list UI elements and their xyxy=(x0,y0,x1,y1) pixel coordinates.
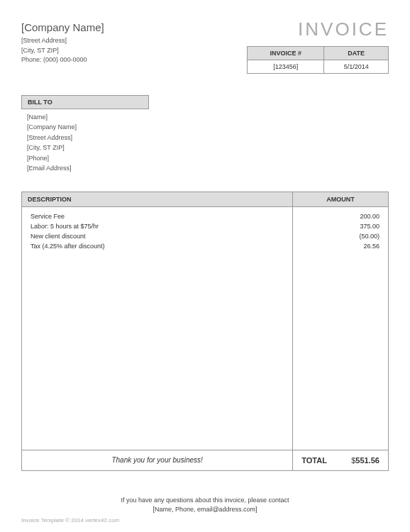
company-street: [Street Address] xyxy=(21,36,247,46)
table-row: Tax (4.25% after discount) 26.56 xyxy=(22,241,389,251)
footnote-line2: [Name, Phone, email@address.com] xyxy=(21,505,389,515)
item-amount: 26.56 xyxy=(293,241,389,251)
company-phone: Phone: (000) 000-0000 xyxy=(21,55,247,65)
table-row: Labor: 5 hours at $75/hr 375.00 xyxy=(22,221,389,231)
meta-table: INVOICE # DATE [123456] 5/1/2014 xyxy=(247,46,389,74)
total-value: 551.56 xyxy=(355,456,379,465)
billto-phone: [Phone] xyxy=(27,153,383,163)
meta-invoice-number: [123456] xyxy=(248,60,324,74)
meta-date: 5/1/2014 xyxy=(324,60,389,74)
item-desc: Labor: 5 hours at $75/hr xyxy=(22,221,293,231)
billto-header: BILL TO xyxy=(21,95,149,109)
meta-date-header: DATE xyxy=(324,47,389,60)
meta-invoice-header: INVOICE # xyxy=(248,47,324,60)
total-cell: TOTAL $ 551.56 xyxy=(293,450,389,470)
billto-name: [Name] xyxy=(27,112,383,122)
item-desc: Service Fee xyxy=(22,207,293,222)
total-row: Thank you for your business! TOTAL $ 551… xyxy=(22,450,389,470)
footnote-line1: If you have any questions about this inv… xyxy=(21,496,389,506)
billto-section: BILL TO [Name] [Company Name] [Street Ad… xyxy=(21,95,389,176)
billto-company: [Company Name] xyxy=(27,122,383,132)
company-city: [City, ST ZIP] xyxy=(21,46,247,56)
header: [Company Name] [Street Address] [City, S… xyxy=(21,21,389,74)
col-description: DESCRIPTION xyxy=(22,192,293,207)
item-amount: 200.00 xyxy=(293,207,389,222)
table-row: Service Fee 200.00 xyxy=(22,207,389,222)
total-label: TOTAL xyxy=(301,456,351,465)
thanks-message: Thank you for your business! xyxy=(22,450,293,470)
billto-body: [Name] [Company Name] [Street Address] [… xyxy=(21,109,389,176)
phone-value: (000) 000-0000 xyxy=(43,56,87,63)
invoice-title: INVOICE xyxy=(247,18,389,40)
table-row: New client discount (50.00) xyxy=(22,231,389,241)
items-table: DESCRIPTION AMOUNT Service Fee 200.00 La… xyxy=(21,192,389,471)
billto-street: [Street Address] xyxy=(27,133,383,143)
item-amount: (50.00) xyxy=(293,231,389,241)
item-desc: Tax (4.25% after discount) xyxy=(22,241,293,251)
item-desc: New client discount xyxy=(22,231,293,241)
company-name: [Company Name] xyxy=(21,21,247,33)
copyright: Invoice Template © 2014 vertex42.com xyxy=(21,517,119,523)
item-amount: 375.00 xyxy=(293,221,389,231)
footnote: If you have any questions about this inv… xyxy=(21,496,389,515)
title-block: INVOICE INVOICE # DATE [123456] 5/1/2014 xyxy=(247,21,389,74)
billto-city: [City, ST ZIP] xyxy=(27,143,383,153)
col-amount: AMOUNT xyxy=(293,192,389,207)
billto-email: [Email Address] xyxy=(27,163,383,173)
company-block: [Company Name] [Street Address] [City, S… xyxy=(21,21,247,65)
spacer-row xyxy=(22,251,389,450)
phone-label: Phone: xyxy=(21,56,42,63)
